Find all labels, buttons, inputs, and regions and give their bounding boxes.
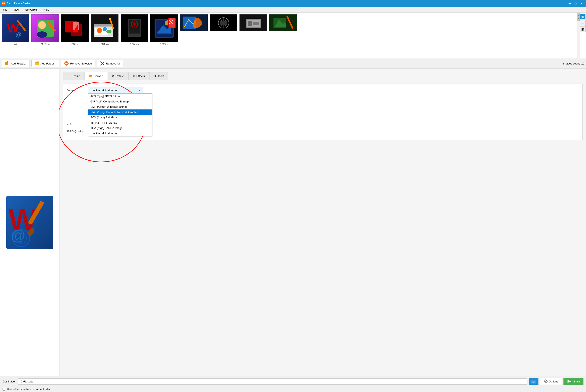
options-button[interactable]: Options	[540, 378, 562, 385]
format-option-gif[interactable]: GIF (*.gif) CompuServe Bitmap	[88, 99, 152, 104]
restore-button[interactable]: □	[573, 1, 578, 6]
svg-rect-38	[248, 21, 252, 26]
svg-line-41	[287, 16, 292, 28]
format-label: Format	[67, 89, 86, 92]
app-title: Batch Picture Resizer	[7, 2, 31, 5]
gallery-item[interactable]: MUP.ico	[32, 14, 59, 46]
gallery-label: bpp.ico	[12, 43, 19, 46]
add-folder-button[interactable]: Add Folder...	[32, 60, 60, 67]
start-icon	[567, 379, 572, 384]
bottom-area: Destination Option	[0, 376, 586, 392]
destination-input[interactable]	[18, 378, 527, 384]
dpi-label: DPI	[67, 122, 86, 125]
format-option-png[interactable]: PNG (*.png) Portable Network Graphics	[88, 110, 152, 115]
format-option-tif[interactable]: TIF (*.tif) TIFF Bitmap	[88, 120, 152, 125]
format-option-tga[interactable]: TGA (*.tga) TARGA Image	[88, 125, 152, 131]
svg-rect-63	[545, 382, 546, 383]
view-list-button[interactable]: ☰	[580, 20, 585, 26]
add-folder-icon	[35, 62, 39, 65]
svg-rect-43	[7, 61, 8, 63]
gallery-item[interactable]: PNT.ico	[91, 14, 118, 46]
dropdown-arrow-icon: ▼	[138, 89, 141, 92]
tab-convert[interactable]: Convert	[85, 72, 107, 80]
folder-structure-label: Use folder structure in output folder	[7, 388, 50, 391]
svg-point-13	[97, 28, 102, 33]
destination-row: Destination Option	[0, 376, 586, 387]
svg-rect-11	[94, 24, 113, 26]
gallery-item[interactable]	[180, 14, 208, 32]
svg-point-22	[134, 23, 135, 25]
svg-point-5	[37, 32, 47, 38]
remove-all-icon	[100, 61, 105, 66]
gallery-item[interactable]: PSR.ico	[150, 14, 178, 46]
gallery-label: MUP.ico	[41, 43, 50, 46]
app-icon: BP	[2, 2, 6, 5]
format-select-wrapper: Use the original format ▼ JPG (*.jpg) JP…	[88, 87, 143, 93]
browse-button[interactable]	[529, 378, 538, 385]
left-panel: W @	[0, 69, 60, 376]
format-option-bmp[interactable]: BMP (*.bmp) Windows Bitmap	[88, 104, 152, 110]
tools-icon: ⚙	[153, 74, 156, 78]
destination-label: Destination	[3, 380, 16, 383]
format-dropdown[interactable]: Use the original format ▼	[88, 87, 143, 93]
jpeg-quality-label: JPEG Quality	[67, 130, 86, 133]
svg-point-14	[103, 27, 107, 32]
view-details-button[interactable]: ▦	[580, 26, 585, 32]
gallery-label: PSR.ico	[160, 43, 168, 46]
content-area: W @ ↔ Resize	[0, 69, 586, 376]
folder-structure-checkbox[interactable]	[3, 388, 5, 390]
svg-rect-45	[6, 64, 8, 64]
svg-rect-35	[220, 21, 227, 25]
options-gear-icon	[544, 380, 547, 383]
svg-rect-62	[545, 380, 546, 380]
tabs: ↔ Resize Convert ↺ Rotate ✏ Effects	[63, 72, 582, 80]
close-button[interactable]: ✕	[579, 1, 584, 6]
gallery-item[interactable]: PD.ico	[61, 14, 89, 46]
tab-rotate[interactable]: ↺ Rotate	[108, 72, 128, 80]
menu-softorbits[interactable]: SoftOrbits	[24, 8, 39, 12]
gallery-area: W @ bpp.ico MUP.ico	[0, 13, 586, 58]
tab-tools[interactable]: ⚙ Tools	[149, 72, 168, 80]
toolbar: Add File(s)... Add Folder... Remove Sele…	[0, 58, 586, 69]
remove-all-button[interactable]: Remove All	[97, 60, 123, 67]
format-option-original[interactable]: Use the original format	[88, 131, 152, 136]
tab-resize[interactable]: ↔ Resize	[63, 72, 84, 80]
gallery-item[interactable]	[210, 14, 237, 32]
start-button[interactable]: Start	[563, 378, 583, 385]
minimize-button[interactable]: ─	[567, 1, 572, 6]
gallery-item[interactable]: PPW.ico	[121, 14, 148, 46]
gallery-item[interactable]	[269, 14, 297, 32]
menu-bar: File View SoftOrbits Help	[0, 7, 586, 13]
remove-selected-button[interactable]: Remove Selected	[61, 60, 95, 67]
browse-icon	[531, 379, 537, 384]
images-count: Images count: 10	[563, 62, 584, 65]
remove-selected-icon	[64, 61, 69, 66]
format-row: Format Use the original format ▼ JPG (*.…	[67, 87, 579, 93]
svg-text:@: @	[16, 32, 22, 38]
gallery-item[interactable]: W @ bpp.ico	[2, 14, 29, 46]
format-option-jpg[interactable]: JPG (*.jpg) JPEG Bitmap	[88, 94, 152, 99]
preview-image: W @	[4, 194, 55, 251]
view-thumbnails-button[interactable]: ⊞	[580, 14, 585, 20]
format-dropdown-menu: JPG (*.jpg) JPEG Bitmap GIF (*.gif) Comp…	[88, 93, 152, 136]
add-files-button[interactable]: Add File(s)...	[2, 60, 30, 67]
svg-point-4	[38, 21, 46, 29]
svg-rect-44	[6, 63, 8, 63]
gallery-label: PNT.ico	[101, 43, 109, 46]
folder-structure-row: Use folder structure in output folder	[0, 387, 586, 392]
menu-view[interactable]: View	[12, 8, 21, 12]
svg-point-15	[106, 30, 111, 33]
format-selected-value: Use the original format	[90, 89, 118, 92]
gallery-item[interactable]	[239, 14, 267, 32]
menu-help[interactable]: Help	[42, 8, 51, 12]
svg-rect-64	[544, 381, 545, 382]
effects-icon: ✏	[132, 74, 135, 78]
tab-effects[interactable]: ✏ Effects	[128, 72, 149, 80]
svg-rect-65	[547, 381, 547, 382]
gallery-label: PPW.ico	[130, 43, 139, 46]
add-files-icon	[5, 61, 10, 66]
format-option-pcx[interactable]: PCX (*.pcx) PaintBrush	[88, 115, 152, 120]
gallery-label: PD.ico	[72, 43, 78, 46]
menu-file[interactable]: File	[2, 8, 9, 12]
main-container: W @ bpp.ico MUP.ico	[0, 13, 586, 392]
